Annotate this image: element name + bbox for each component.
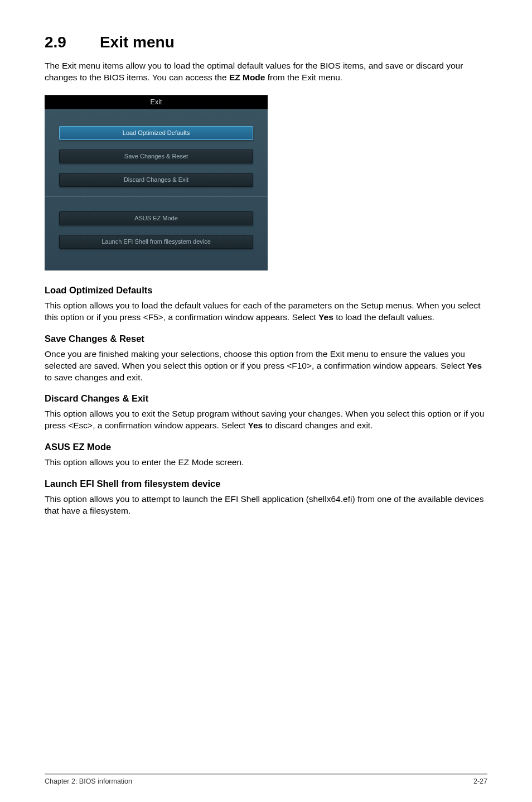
ez-mode-heading: ASUS EZ Mode [45,442,487,452]
footer-right: 2-27 [473,777,487,785]
save-reset-heading: Save Changes & Reset [45,334,487,344]
intro-bold: EZ Mode [229,73,265,82]
bios-exit-panel: Exit Load Optimized Defaults Save Change… [45,95,268,270]
bios-divider [45,196,268,197]
page-footer: Chapter 2: BIOS information 2-27 [45,774,487,785]
launch-efi-shell-button[interactable]: Launch EFI Shell from filesystem device [59,235,253,248]
load-defaults-heading: Load Optimized Defaults [45,285,487,296]
save-reset-pre: Once you are finished making your select… [45,349,467,370]
ez-mode-text: This option allows you to enter the EZ M… [45,457,487,468]
save-reset-text: Once you are finished making your select… [45,349,487,384]
launch-efi-heading: Launch EFI Shell from filesystem device [45,479,487,489]
load-optimized-defaults-label: Load Optimized Defaults [59,126,253,140]
intro-paragraph: The Exit menu items allow you to load th… [45,60,487,84]
asus-ez-mode-label: ASUS EZ Mode [59,211,253,225]
section-title: 2.9 Exit menu [45,33,487,51]
discard-exit-bold: Yes [248,421,263,430]
asus-ez-mode-button[interactable]: ASUS EZ Mode [59,211,253,225]
discard-changes-exit-button[interactable]: Discard Changes & Exit [59,173,253,186]
load-defaults-text: This option allows you to load the defau… [45,300,487,323]
load-optimized-defaults-button[interactable]: Load Optimized Defaults [59,126,253,139]
section-heading: Exit menu [100,33,175,51]
bios-spacer [45,109,268,126]
section-number: 2.9 [45,33,66,51]
bios-panel-header: Exit [45,95,268,109]
footer-left: Chapter 2: BIOS information [45,777,132,785]
launch-efi-shell-label: Launch EFI Shell from filesystem device [59,235,253,249]
launch-efi-text: This option allows you to attempt to lau… [45,494,487,517]
save-changes-reset-label: Save Changes & Reset [59,149,253,163]
discard-changes-exit-label: Discard Changes & Exit [59,173,253,187]
load-defaults-bold: Yes [318,312,333,322]
discard-exit-text: This option allows you to exit the Setup… [45,408,487,432]
save-reset-bold: Yes [467,361,482,370]
discard-exit-heading: Discard Changes & Exit [45,393,487,404]
intro-post: from the Exit menu. [265,73,342,82]
save-changes-reset-button[interactable]: Save Changes & Reset [59,149,253,163]
save-reset-post: to save changes and exit. [45,373,143,382]
load-defaults-post: to load the default values. [333,312,434,322]
discard-exit-post: to discard changes and exit. [263,421,373,430]
